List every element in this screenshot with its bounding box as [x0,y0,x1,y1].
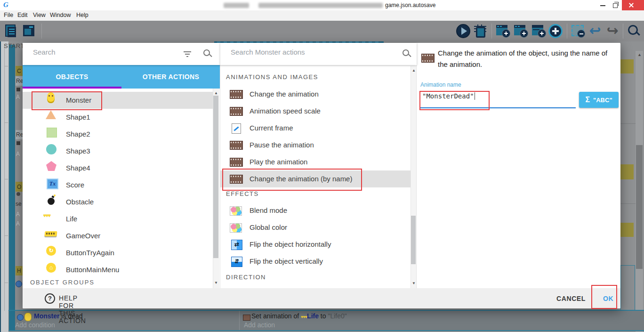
object-row-obstacle[interactable]: Obstacle [23,194,213,211]
object-row-shape3[interactable]: Shape3 [23,143,213,160]
action-text[interactable]: Set animation of ♥♥♥Life to "Life0" [251,312,347,320]
menu-file[interactable]: File [4,12,13,18]
action-row-global-color[interactable]: Global color [220,219,411,236]
redo-icon[interactable]: ↪ [605,24,620,39]
condition-action-divider [239,311,240,330]
add-condition-link[interactable]: Add condition [15,321,55,329]
tab-bar: OBJECTS OTHER ACTIONS [23,65,220,89]
toolbar-separator [491,24,492,39]
object-row-life[interactable]: ♥♥♥ Life [23,211,213,227]
action-list-scrollbar-thumb[interactable] [411,216,416,264]
action-object: Life [307,312,319,320]
event-group-bar [9,311,15,330]
help-icon: ? [45,293,55,304]
events-scrollbar-thumb[interactable] [636,145,643,269]
action-row-pause-animation[interactable]: Pause the animation [220,137,411,154]
debugger-icon[interactable] [473,24,488,39]
object-label: Shape2 [66,130,90,138]
action-row-change-animation[interactable]: Change the animation [220,86,411,103]
filter-icon[interactable] [183,49,192,59]
tab-objects[interactable]: OBJECTS [23,65,121,89]
minimize-button[interactable] [597,0,609,10]
add-scene-icon[interactable] [495,24,510,39]
search-icon[interactable] [402,49,411,58]
object-row-score[interactable]: Tx Score [23,177,213,194]
object-list-scrollbar-thumb[interactable] [213,96,218,258]
event-mini-icon [16,141,20,145]
action-prefix: Set animation of [251,312,301,320]
event-fragment: A [16,94,20,100]
help-label: HELP FOR THIS ACTION [59,294,86,324]
events-left-margin [1,41,8,332]
action-label: Blend mode [250,206,287,214]
expression-editor-button[interactable]: Σ"ABC" [579,92,619,108]
action-search-input[interactable] [230,48,373,57]
annotation-box-monster [32,91,102,110]
add-object-icon[interactable] [548,24,563,39]
window-title: game.json.autosave [385,2,435,8]
scroll-down-arrow[interactable]: ▼ [214,281,218,285]
section-header-effects: EFFECTS [226,190,259,197]
tree-tick [4,235,8,236]
scroll-up-arrow[interactable]: ▲ [214,91,218,95]
action-row-flip-vertically[interactable]: ⇵ Flip the object vertically [220,253,411,270]
toolbar-separator [41,24,42,39]
action-row-current-frame[interactable]: Current frame [220,120,411,137]
menu-window[interactable]: Window [50,12,71,18]
event-row[interactable]: Monster is dead Add condition Set animat… [8,311,644,330]
menu-help[interactable]: Help [76,12,89,18]
film-icon [230,158,243,167]
action-row-flip-horizontally[interactable]: ⇄ Flip the object horizontally [220,236,411,253]
object-row-buttontryagain[interactable]: ↻ ButtonTryAgain [23,244,213,261]
preview-play-icon[interactable] [456,24,471,39]
action-row-animation-speed-scale[interactable]: Animation speed scale [220,103,411,120]
object-row-buttonmainmenu[interactable]: ⌂ ButtonMainMenu [23,261,213,278]
scene-editor-icon[interactable] [22,24,37,39]
undo-icon[interactable]: ↩ [588,24,603,39]
object-label: ButtonTryAgain [66,249,114,257]
search-icon[interactable] [626,24,641,39]
event-mini-icon [16,192,20,196]
object-row-shape2[interactable]: Shape2 [23,126,213,143]
object-row-gameover[interactable]: GameOver [23,227,213,244]
annotation-box-ok [591,285,617,309]
remove-instance-icon[interactable] [571,24,586,39]
object-label: Score [66,181,84,189]
events-start-label: START [4,42,24,49]
action-label: Play the animation [250,158,307,166]
hearts-icon: ♥♥♥ [301,315,307,319]
comment-block [620,59,634,73]
action-label: Global color [250,223,287,231]
scroll-down-arrow[interactable]: ▼ [412,282,416,285]
cancel-button[interactable]: CANCEL [552,292,590,305]
action-row-play-animation[interactable]: Play the animation [220,154,411,170]
tree-tick [4,122,8,123]
close-button[interactable] [622,0,644,10]
redacted-title-segment [258,3,383,8]
tab-other-actions[interactable]: OTHER ACTIONS [121,65,220,89]
pentagon-icon [46,161,56,171]
action-label: Change the animation [250,90,319,98]
menu-bar: File Edit View Window Help [0,10,644,21]
object-row-shape1[interactable]: Shape1 [23,109,213,126]
add-external-events-icon[interactable] [531,24,546,39]
scroll-up-arrow[interactable]: ▲ [412,69,416,73]
event-fragment: se [16,201,22,207]
object-label: ButtonMainMenu [66,266,119,274]
menu-edit[interactable]: Edit [17,12,28,18]
search-icon[interactable] [203,49,212,58]
menu-view[interactable]: View [33,12,46,18]
add-action-link[interactable]: Add action [244,321,275,329]
film-icon [230,107,243,116]
add-external-layout-icon[interactable] [513,24,528,39]
gear-icon [16,281,22,287]
scroll-up-arrow[interactable]: ▲ [637,53,642,57]
object-label: Obstacle [66,198,94,206]
film-icon [230,90,243,99]
object-row-shape4[interactable]: Shape4 [23,160,213,177]
object-search-input[interactable] [32,48,175,57]
comment-block [620,164,634,179]
restore-button[interactable] [609,0,621,10]
events-sheet-icon[interactable] [4,24,19,39]
action-row-blend-mode[interactable]: Blend mode [220,202,411,219]
